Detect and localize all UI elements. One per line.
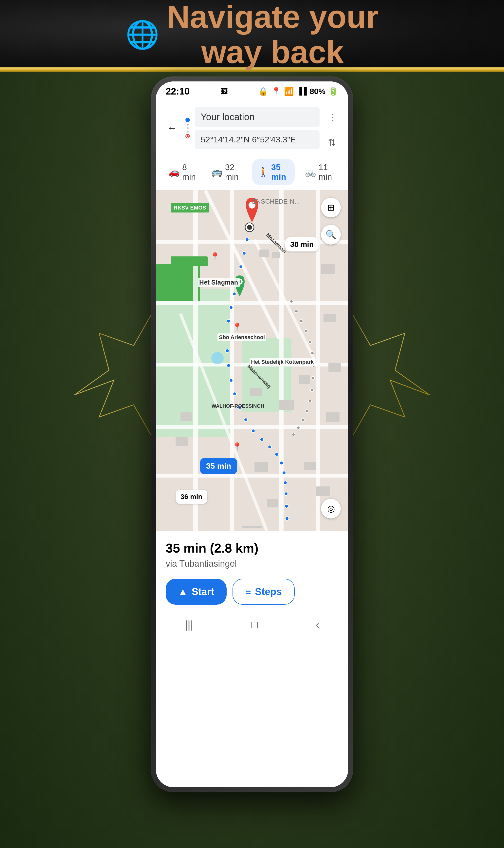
svg-point-57 (305, 410, 308, 413)
back-button[interactable]: ← (163, 119, 180, 137)
svg-rect-75 (328, 363, 341, 372)
svg-point-55 (310, 389, 313, 392)
svg-rect-81 (316, 486, 330, 496)
het-slagman-label: Het Slagman (198, 278, 240, 287)
transport-bus[interactable]: 🚌 32 min (206, 159, 247, 185)
svg-point-43 (284, 481, 287, 484)
svg-rect-14 (156, 240, 348, 244)
svg-point-56 (308, 400, 311, 403)
pull-indicator (242, 526, 262, 528)
transport-bar: 🚗 8 min 🚌 32 min 🚶 35 min 🚲 11 min (156, 155, 348, 190)
place-pin-3: 📍 (232, 442, 242, 451)
svg-rect-15 (156, 301, 348, 305)
svg-rect-82 (267, 499, 278, 507)
phone-outer: 22:10 🖼 🔒 📍 📶 ▐▐ 80% 🔋 ← (151, 76, 353, 792)
svg-point-37 (252, 429, 255, 433)
svg-point-52 (311, 352, 314, 354)
start-label: Start (192, 586, 214, 597)
layers-button[interactable]: ⊞ (321, 198, 341, 218)
svg-rect-74 (324, 314, 336, 322)
origin-dot (185, 118, 190, 122)
signal-icon: ▐▐ (297, 87, 307, 95)
svg-point-33 (229, 379, 233, 382)
swap-directions-button[interactable]: ⇅ (324, 134, 341, 151)
nav-header: ← Your location 52°14'14.2" (156, 101, 348, 155)
wifi-icon: 📶 (284, 87, 294, 96)
svg-point-44 (284, 492, 288, 496)
map-area[interactable]: RKSV EMOS ENSCHEDE-N... Het Slagman Sbo … (156, 190, 348, 531)
svg-rect-72 (299, 375, 310, 384)
more-options-button[interactable]: ⋮ (325, 105, 340, 130)
status-time: 22:10 (166, 86, 190, 97)
transport-bike[interactable]: 🚲 11 min (300, 159, 341, 185)
svg-rect-69 (272, 252, 280, 258)
nav-recent-apps[interactable]: ||| (185, 619, 193, 631)
sbo-label: Sbo Ariensschool (217, 333, 266, 341)
transport-walk[interactable]: 🚶 35 min (252, 159, 295, 185)
svg-rect-70 (250, 388, 262, 396)
place-pin-1: 📍 (210, 252, 220, 261)
origin-input[interactable]: Your location (195, 107, 320, 127)
car-icon: 🚗 (169, 167, 180, 177)
place-pin-2: 📍 (232, 322, 242, 332)
header-title: Navigate your way back (167, 0, 379, 70)
svg-point-31 (226, 349, 229, 352)
destination-input[interactable]: 52°14'14.2"N 6°52'43.3"E (195, 130, 320, 149)
dest-coords: 52°14'14.2"N 6°52'43.3"E (201, 135, 296, 144)
steps-label: Steps (255, 586, 282, 597)
svg-point-50 (305, 329, 308, 332)
bottom-nav-bar: ||| □ ‹ (156, 612, 348, 637)
battery-icon: 🔋 (328, 87, 338, 96)
enschede-label: ENSCHEDE-N... (252, 198, 300, 205)
svg-rect-66 (170, 256, 208, 266)
time-badge-38min: 38 min (285, 237, 319, 252)
start-icon: ▲ (178, 586, 188, 597)
svg-point-29 (227, 319, 230, 323)
svg-point-60 (292, 433, 295, 436)
walk-icon: 🚶 (258, 167, 269, 177)
route-panel: 35 min (2.8 km) via Tubantiasingel ▲ Sta… (156, 531, 348, 612)
compass-button[interactable]: ◎ (321, 499, 341, 519)
svg-point-34 (233, 392, 236, 396)
location-icon: 📍 (271, 87, 281, 96)
route-dots (184, 116, 191, 140)
svg-rect-73 (321, 264, 335, 274)
svg-point-39 (268, 445, 271, 449)
transport-car[interactable]: 🚗 8 min (163, 159, 201, 185)
time-badge-36min: 36 min (176, 490, 208, 504)
nav-home[interactable]: □ (251, 619, 258, 631)
status-bar: 22:10 🖼 🔒 📍 📶 ▐▐ 80% 🔋 (156, 82, 348, 101)
route-buttons: ▲ Start ≡ Steps (166, 579, 338, 605)
svg-point-67 (211, 352, 224, 364)
svg-point-27 (233, 292, 236, 296)
lock-icon: 🔒 (258, 87, 268, 96)
svg-point-40 (275, 453, 278, 456)
svg-point-58 (301, 418, 304, 421)
bus-time: 32 min (225, 162, 242, 181)
rksv-label: RKSV EMOS (170, 203, 209, 212)
svg-rect-78 (176, 437, 188, 446)
bus-icon: 🚌 (212, 167, 223, 177)
steps-button[interactable]: ≡ Steps (233, 579, 295, 605)
globe-icon: 🌐 (126, 19, 159, 51)
svg-point-51 (308, 341, 311, 344)
svg-rect-68 (259, 249, 269, 257)
nav-back[interactable]: ‹ (316, 619, 319, 631)
svg-rect-18 (156, 474, 348, 478)
svg-point-41 (280, 461, 283, 465)
svg-point-49 (300, 319, 303, 323)
svg-point-32 (227, 364, 230, 367)
kottenpark-label: Het Stedelijk Kottenpark (250, 358, 315, 366)
route-summary: 35 min (2.8 km) (166, 541, 338, 556)
start-button[interactable]: ▲ Start (166, 579, 227, 605)
phone-screen: 22:10 🖼 🔒 📍 📶 ▐▐ 80% 🔋 ← (156, 82, 348, 787)
dot3 (187, 131, 188, 133)
phone-wrapper: 22:10 🖼 🔒 📍 📶 ▐▐ 80% 🔋 ← (151, 76, 353, 792)
svg-point-47 (290, 300, 293, 303)
svg-point-42 (282, 471, 286, 474)
svg-rect-80 (304, 462, 316, 470)
compass-icon: ◎ (327, 503, 335, 514)
svg-rect-79 (254, 462, 268, 472)
route-via: via Tubantiasingel (166, 558, 338, 569)
zoom-search-button[interactable]: 🔍 (321, 225, 341, 245)
